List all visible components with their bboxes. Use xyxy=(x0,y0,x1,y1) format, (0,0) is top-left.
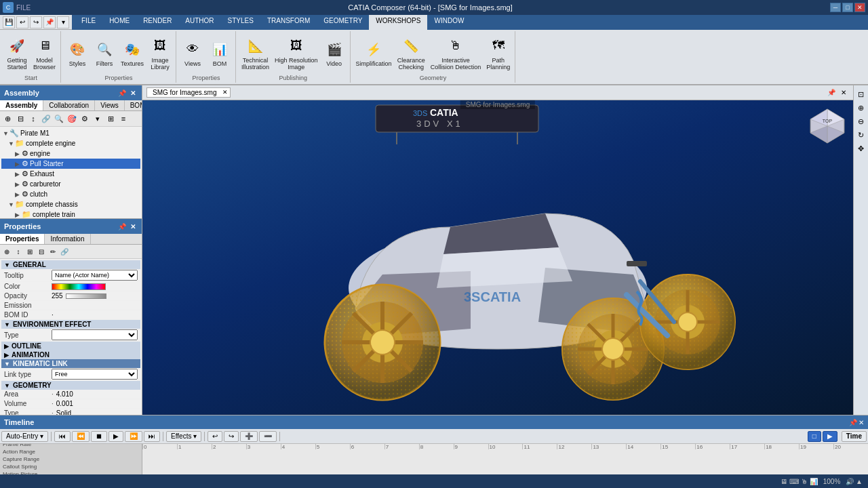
tab-bom[interactable]: BOM xyxy=(125,100,142,110)
pin-quick-btn[interactable]: 📌 xyxy=(43,16,56,28)
props-close-btn[interactable]: ✕ xyxy=(128,222,138,231)
vp-zoom-fit-btn[interactable]: ⊡ xyxy=(855,88,867,100)
effects-btn[interactable]: Effects ▾ xyxy=(166,431,201,442)
color-picker[interactable] xyxy=(52,283,106,290)
linktype-select[interactable]: Free xyxy=(52,369,138,380)
viewport-tab[interactable]: SMG for Images.smg ✕ xyxy=(146,87,231,98)
tab-geometry[interactable]: GEOMETRY xyxy=(317,15,369,30)
prop-add-btn[interactable]: ⊕ xyxy=(1,246,12,257)
path-planning-btn[interactable]: 🗺 PathPlanning xyxy=(484,33,512,73)
tree-link-btn[interactable]: 🔗 xyxy=(40,113,52,125)
tl-last-btn[interactable]: ⏭ xyxy=(144,431,160,442)
tree-item-complete-train[interactable]: ▶ 📁 complete train xyxy=(1,209,140,218)
vp-rotate-btn[interactable]: ↻ xyxy=(855,129,867,141)
more-quick-btn[interactable]: ▾ xyxy=(57,16,69,28)
tab-information[interactable]: Information xyxy=(45,234,90,244)
opacity-slider[interactable] xyxy=(66,293,106,299)
tab-transform[interactable]: TRANSFORM xyxy=(260,15,317,30)
prop-link-btn[interactable]: 🔗 xyxy=(59,246,70,257)
tl-next-btn[interactable]: ⏩ xyxy=(125,431,142,442)
tl-prev-btn[interactable]: ⏪ xyxy=(72,431,90,442)
prop-sort-btn[interactable]: ↕ xyxy=(13,246,24,257)
tab-views[interactable]: Views xyxy=(95,100,125,110)
styles-btn[interactable]: 🎨 Styles xyxy=(64,37,90,70)
tab-collaboration[interactable]: Collaboration xyxy=(43,100,95,110)
tab-render[interactable]: RENDER xyxy=(136,15,178,30)
tab-styles[interactable]: STYLES xyxy=(221,15,260,30)
vp-zoom-in-btn[interactable]: ⊕ xyxy=(855,102,867,114)
panel-close-btn[interactable]: ✕ xyxy=(128,88,138,98)
env-type-select[interactable] xyxy=(52,329,138,340)
section-geometry-props[interactable]: ▼ GEOMETRY xyxy=(1,381,140,390)
tree-item-complete-engine[interactable]: ▼ 📁 complete engine xyxy=(1,138,140,148)
tooltip-select[interactable]: Name (Actor Name) xyxy=(52,270,138,281)
save-quick-btn[interactable]: 💾 xyxy=(3,16,15,28)
video-btn[interactable]: 🎬 Video xyxy=(321,37,347,70)
simplification-btn[interactable]: ⚡ Simplification xyxy=(354,37,394,70)
panel-pin-btn[interactable]: 📌 xyxy=(117,88,127,98)
auto-entry-btn[interactable]: Auto-Entry ▾ xyxy=(1,431,48,442)
tab-assembly[interactable]: Assembly xyxy=(0,100,43,110)
clearance-checking-btn[interactable]: 📏 ClearanceChecking xyxy=(395,33,427,73)
viewport-canvas[interactable]: TOP xyxy=(142,100,853,415)
tree-grid-btn[interactable]: ⊞ xyxy=(104,113,117,125)
tl-stop-btn[interactable]: ⏹ xyxy=(91,431,107,442)
tl-add-btn[interactable]: ➕ xyxy=(240,431,258,442)
tree-item-complete-chassis[interactable]: ▼ 📁 complete chassis xyxy=(1,199,140,209)
tree-more-btn[interactable]: ▾ xyxy=(92,113,104,125)
prop-edit-btn[interactable]: ✏ xyxy=(47,246,58,257)
tab-window[interactable]: WINDOW xyxy=(427,15,471,30)
tree-item-engine[interactable]: ▶ ⚙ engine xyxy=(1,148,140,159)
views-btn[interactable]: 👁 Views xyxy=(180,37,205,70)
tab-properties[interactable]: Properties xyxy=(0,234,45,244)
model-browser-btn[interactable]: 🖥 ModelBrowser xyxy=(31,33,58,73)
textures-btn[interactable]: 🎭 Textures xyxy=(119,37,146,70)
tab-workshops[interactable]: WORKSHOPS xyxy=(369,15,427,30)
minimize-button[interactable]: ─ xyxy=(830,3,841,12)
filters-btn[interactable]: 🔍 Filters xyxy=(92,37,117,70)
tab-file[interactable]: FILE xyxy=(75,15,102,30)
tl-panel-rect-btn[interactable]: □ xyxy=(808,431,821,442)
tree-collapse-btn[interactable]: ⊟ xyxy=(14,113,26,125)
viewport-pin-btn[interactable]: 📌 xyxy=(826,87,837,98)
timeline-track[interactable]: 0 1 2 3 4 5 6 7 8 9 10 11 12 13 14 15 16… xyxy=(142,444,868,474)
tree-item-pirate-m1[interactable]: ▼ 🔧 Pirate M1 xyxy=(1,128,140,138)
tl-undo-btn[interactable]: ↩ xyxy=(208,431,222,442)
tree-refresh-btn[interactable]: ↕ xyxy=(27,113,39,125)
restore-button[interactable]: □ xyxy=(842,3,853,12)
viewport-close-btn[interactable]: ✕ xyxy=(838,87,849,98)
vp-pan-btn[interactable]: ✥ xyxy=(855,142,867,155)
tab-author[interactable]: AUTHOR xyxy=(178,15,220,30)
vp-zoom-out-btn[interactable]: ⊖ xyxy=(855,115,867,127)
tree-settings-btn[interactable]: ⚙ xyxy=(79,113,91,125)
section-outline[interactable]: ▶ OUTLINE xyxy=(1,342,140,350)
timeline-pin-btn[interactable]: 📌 xyxy=(849,419,857,426)
timeline-close-btn[interactable]: ✕ xyxy=(859,419,864,426)
section-general[interactable]: ▼ GENERAL xyxy=(1,260,140,269)
high-res-image-btn[interactable]: 🖼 High ResolutionImage xyxy=(273,33,320,73)
props-pin-btn[interactable]: 📌 xyxy=(117,222,127,231)
tree-item-exhaust[interactable]: ▶ ⚙ Exhaust xyxy=(1,169,140,179)
tree-item-clutch[interactable]: ▶ ⚙ clutch xyxy=(1,189,140,199)
technical-illustration-btn[interactable]: 📐 TechnicalIllustration xyxy=(239,33,271,73)
image-library-btn[interactable]: 🖼 ImageLibrary xyxy=(147,33,173,73)
navigation-cube[interactable]: TOP xyxy=(807,106,848,146)
prop-collapse-btn[interactable]: ⊟ xyxy=(36,246,47,257)
close-button[interactable]: ✕ xyxy=(854,3,865,12)
tree-list-btn[interactable]: ≡ xyxy=(117,113,130,125)
redo-quick-btn[interactable]: ↪ xyxy=(30,16,42,28)
tree-expand-btn[interactable]: ⊕ xyxy=(1,113,14,125)
tree-item-carburetor[interactable]: ▶ ⚙ carburetor xyxy=(1,179,140,189)
section-env-effect[interactable]: ▼ ENVIRONMENT EFFECT xyxy=(1,320,140,329)
tl-redo-btn[interactable]: ↪ xyxy=(224,431,239,442)
tree-filter-btn[interactable]: 🎯 xyxy=(66,113,78,125)
tree-search-btn[interactable]: 🔍 xyxy=(53,113,65,125)
bom-btn[interactable]: 📊 BOM xyxy=(207,37,233,70)
tl-remove-btn[interactable]: ➖ xyxy=(259,431,277,442)
interactive-collision-btn[interactable]: 🖱 InteractiveCollision Detection xyxy=(429,33,484,73)
tl-panel-play2-btn[interactable]: ▶ xyxy=(823,431,837,442)
prop-expand-btn[interactable]: ⊞ xyxy=(24,246,35,257)
tree-item-pull-starter[interactable]: ▶ ⚙ Pull Starter xyxy=(1,159,140,169)
tab-home[interactable]: HOME xyxy=(102,15,136,30)
tl-play-btn[interactable]: ▶ xyxy=(108,431,123,442)
